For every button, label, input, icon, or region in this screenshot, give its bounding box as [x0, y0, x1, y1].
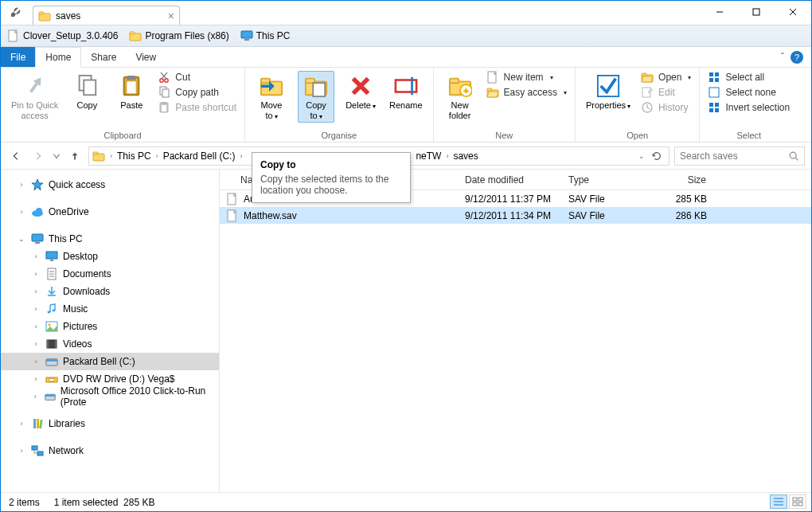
new-item-icon — [486, 71, 499, 84]
breadcrumb-segment[interactable]: saves — [453, 150, 478, 162]
column-header-date[interactable]: Date modified — [459, 174, 562, 186]
ribbon-tab-view[interactable]: View — [126, 47, 166, 67]
tab-close-icon[interactable]: × — [168, 10, 174, 21]
tree-quick-access[interactable]: ›Quick access — [1, 176, 219, 193]
status-item-count: 2 items — [9, 497, 40, 508]
file-row[interactable]: Matthew.sav 9/12/2011 11:34 PM SAV File … — [220, 207, 811, 224]
search-placeholder: Search saves — [680, 150, 738, 162]
invert-selection-icon — [708, 101, 720, 114]
tree-libraries[interactable]: ›Libraries — [1, 415, 219, 432]
files-pane: Name Date modified Type Size Autosave.sa… — [220, 170, 811, 492]
open-button[interactable]: Open▾ — [641, 71, 691, 84]
breadcrumb-segment[interactable]: Packard Bell (C:)› — [163, 150, 246, 162]
window-maximize-button[interactable] — [738, 1, 775, 23]
copy-path-button[interactable]: Copy path — [158, 86, 236, 99]
tooltip-body: Copy the selected items to the location … — [260, 174, 402, 196]
nav-recent-dropdown[interactable] — [52, 147, 61, 165]
invert-selection-button[interactable]: Invert selection — [708, 101, 790, 114]
copy-button[interactable]: Copy — [68, 71, 105, 113]
breadcrumb-segment[interactable]: neTW› — [416, 150, 451, 162]
properties-button[interactable]: Properties▾ — [584, 71, 633, 113]
bookmark-item[interactable]: Clover_Setup_3.0.406 — [7, 29, 118, 42]
history-button[interactable]: History — [641, 101, 691, 114]
easy-access-button[interactable]: Easy access▾ — [486, 86, 567, 99]
chevron-right-icon[interactable]: › — [107, 152, 115, 160]
copy-path-icon — [158, 86, 170, 99]
tree-office-drive[interactable]: ›Microsoft Office 2010 Click-to-Run (Pro… — [1, 388, 219, 405]
svg-rect-63 — [709, 88, 719, 97]
column-header-type[interactable]: Type — [562, 174, 642, 186]
libraries-icon — [31, 417, 44, 430]
edit-button[interactable]: Edit — [641, 86, 691, 99]
nav-back-button[interactable] — [7, 147, 25, 165]
tab-title: saves — [56, 10, 80, 21]
window-close-button[interactable] — [775, 1, 811, 23]
open-icon — [641, 71, 654, 84]
status-bar: 2 items 1 item selected 285 KB — [1, 492, 811, 511]
ribbon-group-new: New folder New item▾ Easy access▾ New — [434, 68, 576, 142]
bookmarks-bar: Clover_Setup_3.0.406 Program Files (x86)… — [1, 25, 811, 47]
rename-icon — [394, 74, 418, 98]
tree-downloads[interactable]: ›Downloads — [1, 283, 219, 300]
tree-pictures[interactable]: ›Pictures — [1, 318, 219, 335]
browser-tab[interactable]: saves × — [33, 6, 180, 25]
tree-network[interactable]: ›Network — [1, 442, 219, 459]
breadcrumb-segment[interactable]: This PC› — [117, 150, 162, 162]
bookmark-item[interactable]: Program Files (x86) — [129, 29, 228, 42]
music-icon — [45, 303, 58, 315]
documents-icon — [45, 268, 58, 280]
tree-onedrive[interactable]: ›OneDrive — [1, 203, 219, 221]
select-none-button[interactable]: Select none — [708, 86, 790, 99]
tree-desktop[interactable]: ›Desktop — [1, 248, 219, 265]
tree-videos[interactable]: ›Videos — [1, 335, 219, 353]
new-item-button[interactable]: New item▾ — [486, 71, 567, 84]
search-input[interactable]: Search saves — [674, 147, 805, 166]
tooltip-title: Copy to — [260, 159, 402, 170]
quick-access-toolbar-icon[interactable] — [6, 4, 26, 20]
ribbon-tab-home[interactable]: Home — [35, 47, 81, 68]
ribbon-tab-file[interactable]: File — [1, 47, 35, 67]
tree-c-drive[interactable]: ›Packard Bell (C:) — [1, 353, 219, 370]
tree-documents[interactable]: ›Documents — [1, 265, 219, 283]
view-details-button[interactable] — [770, 494, 787, 509]
tree-music[interactable]: ›Music — [1, 300, 219, 318]
group-label: Select — [708, 129, 790, 140]
new-folder-icon — [448, 74, 472, 98]
delete-button[interactable]: Delete▾ — [342, 71, 379, 113]
nav-forward-button[interactable] — [29, 147, 47, 165]
svg-rect-67 — [793, 498, 797, 501]
help-icon[interactable]: ? — [791, 51, 803, 64]
ribbon-tab-share[interactable]: Share — [81, 47, 126, 67]
window-minimize-button[interactable] — [701, 1, 738, 23]
select-all-button[interactable]: Select all — [708, 71, 790, 84]
move-to-icon — [260, 74, 283, 98]
paste-shortcut-button[interactable]: Paste shortcut — [158, 101, 236, 114]
easy-access-icon — [486, 86, 499, 99]
cut-button[interactable]: Cut — [158, 71, 236, 84]
delete-icon — [349, 74, 373, 98]
status-selection: 1 item selected 285 KB — [54, 497, 155, 508]
paste-shortcut-icon — [158, 101, 170, 114]
navigation-tree: ›Quick access ›OneDrive ⌄This PC ›Deskto… — [1, 170, 220, 492]
ribbon-collapse-chevron-icon[interactable]: ˇ — [781, 52, 784, 63]
move-to-button[interactable]: Move to▾ — [253, 71, 290, 123]
ribbon-group-organise: Move to▾ Copy to▾ Delete▾ Rename Organis… — [245, 68, 434, 142]
address-dropdown-icon[interactable]: ⌄ — [638, 152, 645, 160]
copy-to-button[interactable]: Copy to▾ — [298, 71, 334, 123]
view-large-icons-button[interactable] — [789, 494, 806, 509]
paste-button[interactable]: Paste — [113, 71, 150, 113]
pin-to-quick-access-button[interactable]: Pin to Quick access — [9, 71, 61, 123]
refresh-icon[interactable] — [651, 150, 662, 162]
file-icon — [226, 209, 239, 222]
tree-this-pc[interactable]: ⌄This PC — [1, 230, 219, 248]
column-header-size[interactable]: Size — [642, 174, 713, 186]
downloads-icon — [45, 285, 58, 298]
bookmark-label: Program Files (x86) — [145, 30, 228, 41]
svg-rect-70 — [798, 502, 802, 506]
ribbon-group-select: Select all Select none Invert selection … — [700, 68, 798, 142]
new-folder-button[interactable]: New folder — [442, 71, 478, 123]
nav-up-button[interactable] — [66, 147, 84, 165]
bookmark-item[interactable]: This PC — [240, 29, 291, 42]
paste-icon — [119, 74, 143, 98]
rename-button[interactable]: Rename — [387, 71, 425, 113]
